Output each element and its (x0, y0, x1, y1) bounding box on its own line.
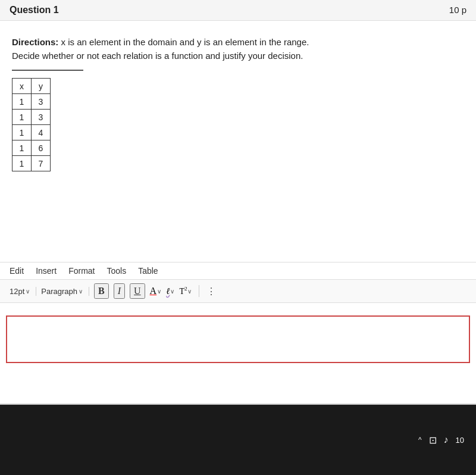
menu-item-edit[interactable]: Edit (10, 266, 24, 276)
table-cell-3-1: 6 (32, 140, 51, 156)
font-color-chevron: ∨ (157, 288, 161, 295)
answer-box[interactable] (6, 315, 470, 363)
directions-text: Directions: x is an element in the domai… (12, 36, 464, 62)
question-header: Question 1 10 p (0, 0, 476, 21)
table-header-row: x y (12, 79, 51, 94)
more-options-button[interactable]: ⋮ (206, 286, 217, 297)
table-row: 16 (12, 140, 51, 156)
question-title: Question 1 (10, 5, 59, 15)
superscript-button[interactable]: T2 ∨ (179, 286, 192, 296)
taskbar: ^ ⊡ ♪ 10 (0, 405, 476, 475)
screen: Question 1 10 p Directions: x is an elem… (0, 0, 476, 405)
toolbar-separator (199, 285, 199, 297)
table-cell-3-0: 1 (12, 140, 32, 156)
table-row: 14 (12, 125, 51, 140)
table-row: 13 (12, 110, 51, 125)
menu-item-tools[interactable]: Tools (107, 266, 126, 276)
paragraph-selector[interactable]: Paragraph ∨ (41, 287, 89, 296)
relation-table: x y 1313141617 (12, 78, 51, 171)
directions-text1: x is an element in the domain and y is a… (58, 37, 309, 47)
question-points: 10 p (449, 5, 466, 15)
font-color-label: A (150, 286, 157, 296)
toolbar-container: Edit Insert Format Tools Table 12pt ∨ Pa… (0, 262, 476, 303)
table-cell-1-1: 3 (32, 110, 51, 125)
divider-line (12, 70, 83, 71)
bold-button[interactable]: B (94, 283, 109, 299)
paragraph-label: Paragraph (41, 287, 77, 296)
menu-item-format[interactable]: Format (68, 266, 95, 276)
table-cell-4-0: 1 (12, 156, 32, 171)
table-header-x: x (12, 79, 32, 94)
italic-button[interactable]: I (114, 283, 125, 299)
font-size-chevron: ∨ (26, 288, 30, 295)
table-cell-0-1: 3 (32, 94, 51, 110)
superscript-label: T2 (179, 286, 187, 296)
directions-label: Directions: (12, 37, 58, 47)
table-header-y: y (32, 79, 51, 94)
menu-item-insert[interactable]: Insert (36, 266, 57, 276)
paragraph-chevron: ∨ (79, 288, 83, 295)
font-size-selector[interactable]: 12pt ∨ (10, 287, 36, 296)
table-cell-0-0: 1 (12, 94, 32, 110)
superscript-chevron: ∨ (187, 288, 192, 295)
taskbar-icon-2: ♪ (444, 435, 449, 445)
highlight-button[interactable]: ℓ ∨ (166, 286, 174, 296)
table-cell-2-1: 4 (32, 125, 51, 140)
taskbar-icon-1: ⊡ (429, 435, 437, 446)
underline-button[interactable]: U (130, 283, 145, 299)
font-size-value: 12pt (10, 287, 24, 296)
content-area: Directions: x is an element in the domai… (0, 24, 476, 189)
formatting-bar: 12pt ∨ Paragraph ∨ B I U A ∨ ℓ ∨ T2 ∨ (0, 279, 476, 303)
taskbar-time: 10 (456, 436, 464, 445)
caret-icon: ^ (418, 436, 422, 444)
menu-bar: Edit Insert Format Tools Table (0, 262, 476, 279)
highlight-label: ℓ (166, 286, 170, 296)
directions-text2: Decide whether or not each relation is a… (12, 51, 303, 61)
table-row: 13 (12, 94, 51, 110)
font-color-button[interactable]: A ∨ (150, 286, 162, 296)
table-row: 17 (12, 156, 51, 171)
highlight-chevron: ∨ (170, 288, 174, 295)
menu-item-table[interactable]: Table (138, 266, 158, 276)
table-cell-1-0: 1 (12, 110, 32, 125)
table-cell-2-0: 1 (12, 125, 32, 140)
table-cell-4-1: 7 (32, 156, 51, 171)
